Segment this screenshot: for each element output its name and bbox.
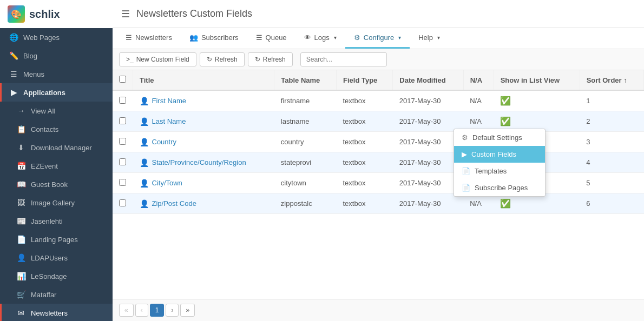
tab-queue[interactable]: ☰ Queue bbox=[247, 28, 295, 49]
select-all-checkbox[interactable] bbox=[119, 76, 126, 83]
ldapusers-icon: 👤 bbox=[17, 253, 25, 262]
refresh2-label: Refresh bbox=[263, 56, 286, 63]
refresh1-label: Refresh bbox=[215, 56, 238, 63]
sidebar-item-mataffar[interactable]: 🛒 Mataffar bbox=[0, 285, 113, 304]
sidebar-item-blog[interactable]: ✏️ Blog bbox=[0, 46, 113, 65]
tab-label: Logs bbox=[314, 34, 330, 42]
web-pages-icon: 🌐 bbox=[9, 33, 18, 42]
sidebar-item-label: Mataffar bbox=[31, 291, 56, 299]
dropdown-templates[interactable]: 📄 Templates bbox=[454, 163, 545, 179]
dropdown-subscribe-pages[interactable]: 📄 Subscribe Pages bbox=[454, 179, 545, 196]
sidebar-item-newsletters[interactable]: ✉ Newsletters bbox=[0, 304, 113, 321]
tab-logs[interactable]: 👁 Logs ▾ bbox=[295, 28, 345, 49]
user-icon: 👤 bbox=[140, 97, 149, 105]
subscribe-pages-icon: 📄 bbox=[462, 184, 470, 192]
sidebar-item-guest-book[interactable]: 📖 Guest Book bbox=[0, 175, 113, 193]
sidebar-item-web-pages[interactable]: 🌐 Web Pages bbox=[0, 28, 113, 46]
title-link[interactable]: 👤 City/Town bbox=[140, 179, 268, 188]
sidebar-item-ezevent[interactable]: 📅 EZEvent bbox=[0, 157, 113, 175]
dropdown-item-label: Templates bbox=[475, 167, 507, 175]
col-na: N/A bbox=[463, 70, 494, 90]
row-field-type: textbox bbox=[336, 111, 392, 132]
tab-newsletters[interactable]: ☰ Newsletters bbox=[117, 28, 181, 49]
row-date-modified: 2017-May-30 bbox=[393, 90, 463, 111]
sidebar-item-label: Jasenlehti bbox=[31, 217, 63, 225]
tab-help[interactable]: Help ▾ bbox=[410, 28, 449, 49]
sidebar-item-menus[interactable]: ☰ Menus bbox=[0, 65, 113, 83]
sidebar-item-image-gallery[interactable]: 🖼 Image Gallery bbox=[0, 193, 113, 212]
sidebar-item-contacts[interactable]: 📋 Contacts bbox=[0, 120, 113, 138]
row-checkbox-cell bbox=[113, 173, 133, 193]
sidebar-item-jasenlehti[interactable]: 📰 Jasenlehti bbox=[0, 212, 113, 230]
pagination: « ‹ 1 › » bbox=[113, 299, 644, 321]
search-input[interactable] bbox=[300, 52, 387, 66]
row-title: 👤 State/Province/County/Region bbox=[133, 152, 274, 173]
page-last-button[interactable]: » bbox=[180, 304, 195, 317]
row-table-name: lastname bbox=[274, 111, 337, 132]
configure-dropdown-menu: ⚙ Default Settings ▶ Custom Fields 📄 Tem… bbox=[454, 129, 546, 197]
sidebar-item-view-all[interactable]: → View All bbox=[0, 102, 113, 120]
image-gallery-icon: 🖼 bbox=[17, 198, 25, 207]
table-row: 👤 First Name firstname textbox 2017-May-… bbox=[113, 90, 644, 111]
dropdown-custom-fields[interactable]: ▶ Custom Fields bbox=[454, 146, 545, 163]
title-link[interactable]: 👤 State/Province/County/Region bbox=[140, 158, 268, 167]
refresh1-button[interactable]: ↻ Refresh bbox=[200, 52, 245, 66]
configure-dropdown-arrow: ▾ bbox=[398, 35, 401, 41]
sidebar-item-lesondage[interactable]: 📊 LeSondage bbox=[0, 267, 113, 285]
tab-label: Newsletters bbox=[135, 34, 172, 42]
row-checkbox[interactable] bbox=[119, 117, 126, 124]
title-link[interactable]: 👤 Country bbox=[140, 138, 268, 146]
configure-tab-icon: ⚙ bbox=[354, 34, 360, 42]
download-icon: ⬇ bbox=[17, 143, 25, 152]
dropdown-item-label: Subscribe Pages bbox=[475, 184, 528, 192]
title-link[interactable]: 👤 Zip/Post Code bbox=[140, 199, 268, 208]
row-checkbox[interactable] bbox=[119, 179, 126, 186]
page-1-button[interactable]: 1 bbox=[150, 304, 165, 317]
sidebar-item-ldapusers[interactable]: 👤 LDAPUsers bbox=[0, 249, 113, 267]
sidebar-item-label: Guest Book bbox=[31, 180, 68, 189]
toolbar: >_ New Custom Field ↻ Refresh ↻ Refresh bbox=[113, 49, 644, 70]
tab-label: Help bbox=[418, 34, 433, 42]
blog-icon: ✏️ bbox=[9, 51, 18, 60]
table-row: 👤 State/Province/County/Region stateprov… bbox=[113, 152, 644, 173]
tab-subscribers[interactable]: 👥 Subscribers bbox=[181, 28, 247, 49]
row-checkbox[interactable] bbox=[119, 158, 126, 165]
sidebar-item-applications[interactable]: ▶ Applications bbox=[0, 83, 113, 102]
mataffar-icon: 🛒 bbox=[17, 290, 25, 299]
hamburger-icon[interactable]: ☰ bbox=[121, 8, 130, 20]
row-checkbox[interactable] bbox=[119, 138, 126, 145]
sidebar-item-label: Blog bbox=[23, 52, 37, 60]
col-show-in-list: Show in List View bbox=[494, 70, 580, 90]
sidebar-item-download-manager[interactable]: ⬇ Download Manager bbox=[0, 138, 113, 157]
page-next-button[interactable]: › bbox=[166, 304, 179, 317]
refresh2-button[interactable]: ↻ Refresh bbox=[248, 52, 293, 66]
check-icon: ✅ bbox=[500, 199, 511, 208]
row-checkbox[interactable] bbox=[119, 199, 126, 206]
title-link[interactable]: 👤 Last Name bbox=[140, 117, 268, 126]
refresh1-icon: ↻ bbox=[207, 56, 212, 63]
sidebar-item-label: LeSondage bbox=[31, 272, 67, 280]
sidebar-item-label: Menus bbox=[23, 70, 44, 78]
page-first-button[interactable]: « bbox=[119, 304, 134, 317]
sidebar-item-label: Image Gallery bbox=[31, 199, 75, 207]
sidebar-item-label: Web Pages bbox=[23, 34, 60, 42]
title-link[interactable]: 👤 First Name bbox=[140, 97, 268, 105]
sidebar-item-label: Applications bbox=[23, 89, 65, 97]
new-custom-field-button[interactable]: >_ New Custom Field bbox=[119, 52, 196, 66]
newsletters-tab-icon: ☰ bbox=[126, 34, 132, 42]
jasenlehti-icon: 📰 bbox=[17, 217, 25, 225]
sidebar-item-label: Landing Pages bbox=[31, 236, 78, 244]
table-row: 👤 Last Name lastname textbox 2017-May-30… bbox=[113, 111, 644, 132]
sidebar-item-landing-pages[interactable]: 📄 Landing Pages bbox=[0, 230, 113, 249]
tab-configure[interactable]: ⚙ Configure ▾ bbox=[345, 28, 410, 49]
row-table-name: zippostalc bbox=[274, 193, 337, 214]
row-date-modified: 2017-May-30 bbox=[393, 111, 463, 132]
row-sort-order: 4 bbox=[580, 152, 643, 173]
row-title: 👤 Country bbox=[133, 132, 274, 152]
row-checkbox-cell bbox=[113, 90, 133, 111]
col-field-type: Field Type bbox=[336, 70, 392, 90]
page-prev-button[interactable]: ‹ bbox=[135, 304, 148, 317]
sidebar: 🎨 schlix 🌐 Web Pages ✏️ Blog ☰ Menus ▶ A… bbox=[0, 0, 113, 321]
row-checkbox[interactable] bbox=[119, 97, 126, 104]
dropdown-default-settings[interactable]: ⚙ Default Settings bbox=[454, 129, 545, 146]
